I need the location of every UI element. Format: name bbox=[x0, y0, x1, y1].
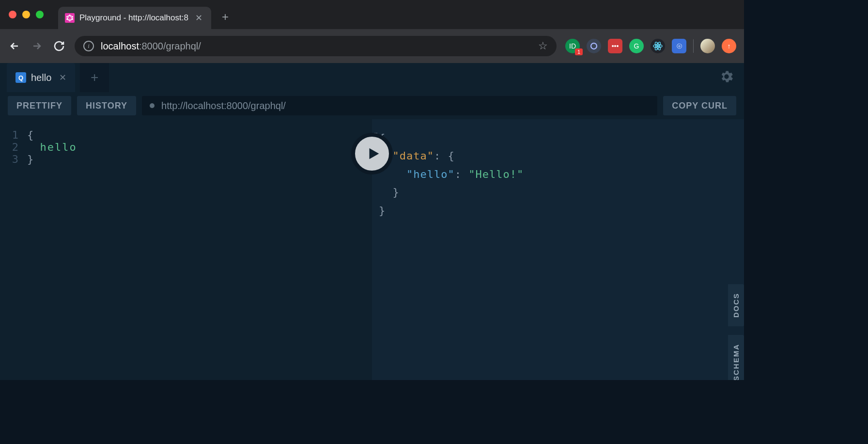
extension-3-icon[interactable]: ••• bbox=[608, 39, 622, 53]
svg-point-8 bbox=[591, 43, 597, 49]
url-path: :8000/graphql/ bbox=[139, 41, 201, 51]
svg-point-12 bbox=[657, 45, 659, 47]
close-query-tab-icon[interactable]: ✕ bbox=[59, 72, 66, 83]
history-button[interactable]: HISTORY bbox=[77, 96, 136, 115]
playground-toolbar: PRETTIFY HISTORY http://localhost:8000/g… bbox=[0, 92, 744, 119]
close-window-button[interactable] bbox=[9, 11, 16, 18]
schema-tab[interactable]: SCHEMA bbox=[728, 335, 744, 380]
prettify-button[interactable]: PRETTIFY bbox=[8, 96, 71, 115]
extension-react-icon[interactable] bbox=[651, 39, 665, 53]
extension-badge: 1 bbox=[575, 48, 583, 55]
maximize-window-button[interactable] bbox=[36, 11, 44, 18]
site-info-icon[interactable]: i bbox=[83, 41, 94, 51]
browser-tab-bar: Playground - http://localhost:8 ✕ + bbox=[0, 0, 744, 29]
close-tab-icon[interactable]: ✕ bbox=[193, 13, 204, 23]
svg-point-7 bbox=[66, 16, 68, 17]
settings-button[interactable] bbox=[719, 69, 734, 86]
back-button[interactable] bbox=[8, 39, 21, 53]
graphql-playground: Q hello ✕ + PRETTIFY HISTORY http://loca… bbox=[0, 63, 744, 380]
code-token: hello bbox=[27, 141, 77, 153]
extension-4-icon[interactable]: G bbox=[629, 39, 644, 53]
response-viewer[interactable]: ▼ { "data": { "hello": "Hello!" } } bbox=[372, 119, 744, 380]
bookmark-star-icon[interactable]: ☆ bbox=[538, 40, 548, 52]
query-tab[interactable]: Q hello ✕ bbox=[7, 63, 75, 92]
extension-7-icon[interactable]: ↑ bbox=[722, 39, 736, 53]
new-query-tab-button[interactable]: + bbox=[80, 63, 109, 92]
browser-chrome: Playground - http://localhost:8 ✕ + i lo… bbox=[0, 0, 744, 63]
url-text: localhost:8000/graphql/ bbox=[101, 41, 201, 52]
extension-1-icon[interactable]: ID1 bbox=[565, 39, 580, 53]
extension-icons: ID1 ••• G ⦾ ↑ bbox=[565, 39, 736, 53]
url-host: localhost bbox=[101, 41, 139, 51]
line-number: 3 bbox=[0, 153, 27, 165]
side-rails: DOCS SCHEMA bbox=[728, 284, 744, 380]
playground-tabs: Q hello ✕ + bbox=[0, 63, 744, 92]
new-tab-button[interactable]: + bbox=[222, 10, 229, 24]
response-json: { "data": { "hello": "Hello!" } } bbox=[379, 129, 744, 220]
query-editor[interactable]: 1{ 2 hello 3} bbox=[0, 119, 372, 380]
address-bar-row: i localhost:8000/graphql/ ☆ ID1 ••• G ⦾ … bbox=[0, 29, 744, 63]
copy-curl-button[interactable]: COPY CURL bbox=[663, 96, 736, 115]
line-number: 2 bbox=[0, 141, 27, 153]
svg-point-4 bbox=[72, 19, 73, 20]
extension-6-icon[interactable]: ⦾ bbox=[672, 39, 686, 53]
code-field: hello bbox=[40, 141, 77, 153]
browser-tab-title: Playground - http://localhost:8 bbox=[79, 13, 188, 23]
run-query-button[interactable] bbox=[351, 133, 393, 174]
endpoint-url: http://localhost:8000/graphql/ bbox=[161, 100, 286, 111]
window-controls bbox=[9, 11, 44, 18]
graphql-favicon-icon bbox=[65, 13, 75, 23]
line-number: 1 bbox=[0, 129, 27, 141]
query-tab-icon: Q bbox=[16, 72, 26, 83]
toolbar-divider bbox=[693, 39, 694, 53]
profile-avatar[interactable] bbox=[700, 39, 715, 53]
extension-2-icon[interactable] bbox=[587, 39, 601, 53]
docs-tab[interactable]: DOCS bbox=[728, 284, 744, 326]
code-token: { bbox=[27, 129, 33, 141]
svg-point-6 bbox=[66, 19, 68, 20]
minimize-window-button[interactable] bbox=[22, 11, 30, 18]
endpoint-status-dot-icon bbox=[150, 103, 155, 108]
forward-button[interactable] bbox=[30, 39, 44, 53]
address-bar[interactable]: i localhost:8000/graphql/ ☆ bbox=[75, 36, 557, 56]
svg-point-3 bbox=[72, 16, 73, 17]
query-tab-label: hello bbox=[31, 72, 51, 83]
browser-tab[interactable]: Playground - http://localhost:8 ✕ bbox=[58, 7, 211, 29]
endpoint-input[interactable]: http://localhost:8000/graphql/ bbox=[142, 96, 657, 115]
reload-button[interactable] bbox=[52, 39, 66, 53]
playground-body: 1{ 2 hello 3} ▼ { "data": { "hello": "He… bbox=[0, 119, 744, 380]
code-token: } bbox=[27, 153, 33, 165]
svg-marker-1 bbox=[67, 15, 72, 19]
